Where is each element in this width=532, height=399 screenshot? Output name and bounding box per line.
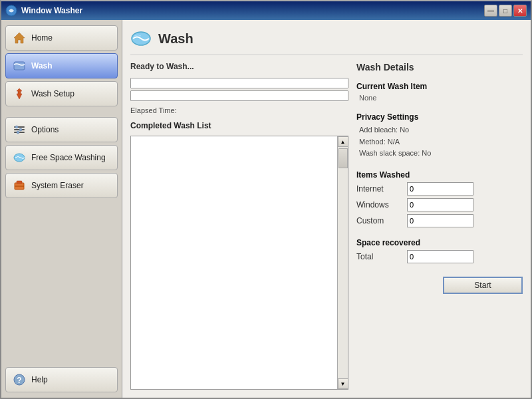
space-recovered-grid: Total <box>356 250 523 263</box>
start-btn-area: Start <box>356 274 523 294</box>
items-washed-label: Items Washed <box>356 170 523 180</box>
wash-right-panel: Wash Details Current Wash Item None Priv… <box>356 62 523 390</box>
ready-to-wash-label: Ready to Wash... <box>130 62 348 71</box>
svg-rect-11 <box>17 181 22 184</box>
space-recovered-label: Space recovered <box>356 238 523 247</box>
window-controls: — □ ✕ <box>484 5 527 17</box>
minimize-button[interactable]: — <box>484 5 497 17</box>
page-header-icon <box>130 28 152 49</box>
svg-rect-2 <box>14 62 25 70</box>
main-panel: Wash Ready to Wash... Elapsed Time: Comp… <box>122 20 531 398</box>
total-row: Total <box>356 250 523 263</box>
total-label: Total <box>356 252 403 261</box>
privacy-settings-label: Privacy Settings <box>356 112 523 122</box>
completed-wash-label: Completed Wash List <box>130 121 348 130</box>
internet-row: Internet <box>356 182 523 196</box>
main-window: Window Washer — □ ✕ Home Wash <box>0 0 532 399</box>
sidebar-item-system-eraser[interactable]: System Eraser <box>5 173 118 198</box>
main-content: Ready to Wash... Elapsed Time: Completed… <box>130 62 523 390</box>
internet-label: Internet <box>356 184 403 194</box>
progress-bars <box>130 78 348 101</box>
page-title: Wash <box>158 31 194 47</box>
wash-slack-space-row: Wash slack space: No <box>356 148 523 160</box>
scrollbar: ▲ ▼ <box>337 136 348 389</box>
current-wash-item-value: None <box>356 94 523 102</box>
internet-input[interactable] <box>407 182 473 196</box>
sidebar-item-wash[interactable]: Wash <box>5 53 118 78</box>
completed-wash-list: ▲ ▼ <box>130 136 348 390</box>
space-recovered-section: Space recovered Total <box>356 238 523 263</box>
items-washed-section: Items Washed Internet Windows <box>356 170 523 227</box>
scroll-down-button[interactable]: ▼ <box>338 378 348 389</box>
window-title: Window Washer <box>21 6 484 15</box>
windows-input[interactable] <box>407 198 473 211</box>
svg-point-7 <box>19 128 22 131</box>
page-header: Wash <box>130 28 523 55</box>
custom-label: Custom <box>356 216 403 225</box>
progress-bar-bottom <box>130 90 348 101</box>
svg-point-8 <box>17 131 19 134</box>
add-bleach-row: Add bleach: No <box>356 124 523 136</box>
windows-row: Windows <box>356 198 523 211</box>
sidebar: Home Wash Wash Setup <box>1 20 122 398</box>
sidebar-item-home[interactable]: Home <box>5 25 118 51</box>
total-input[interactable] <box>407 250 473 263</box>
svg-text:?: ? <box>17 376 21 385</box>
sidebar-item-free-space-washing[interactable]: Free Space Washing <box>5 145 118 170</box>
wash-details-title: Wash Details <box>356 62 523 72</box>
privacy-settings-section: Privacy Settings Add bleach: No Method: … <box>356 112 523 160</box>
sidebar-item-options[interactable]: Options <box>5 117 118 142</box>
custom-row: Custom <box>356 214 523 227</box>
title-bar: Window Washer — □ ✕ <box>1 1 531 20</box>
method-row: Method: N/A <box>356 136 523 148</box>
svg-marker-1 <box>14 33 25 43</box>
current-wash-item-section: Current Wash Item None <box>356 82 523 102</box>
scroll-thumb[interactable] <box>338 148 348 168</box>
start-button[interactable]: Start <box>443 277 523 294</box>
elapsed-time-label: Elapsed Time: <box>130 106 348 114</box>
current-wash-item-label: Current Wash Item <box>356 82 523 91</box>
custom-input[interactable] <box>407 214 473 227</box>
sidebar-bottom: ? Help <box>5 367 118 392</box>
content-area: Home Wash Wash Setup <box>1 20 531 398</box>
sidebar-item-help[interactable]: ? Help <box>5 367 118 392</box>
app-icon <box>5 5 17 17</box>
scroll-up-button[interactable]: ▲ <box>338 136 348 147</box>
items-washed-grid: Internet Windows Custom <box>356 182 523 227</box>
svg-point-6 <box>15 126 18 128</box>
maximize-button[interactable]: □ <box>499 5 512 17</box>
close-button[interactable]: ✕ <box>513 5 527 17</box>
sidebar-item-wash-setup[interactable]: Wash Setup <box>5 81 118 106</box>
windows-label: Windows <box>356 200 403 209</box>
wash-left-panel: Ready to Wash... Elapsed Time: Completed… <box>130 62 348 390</box>
progress-bar-top <box>130 78 348 88</box>
